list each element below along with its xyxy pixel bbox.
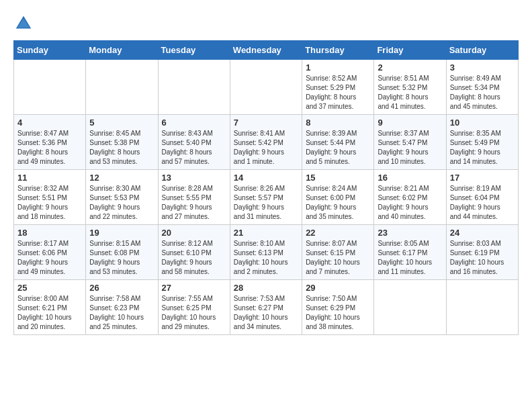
- calendar-cell: 25Sunrise: 8:00 AM Sunset: 6:21 PM Dayli…: [14, 280, 86, 335]
- day-number: 19: [89, 228, 154, 238]
- day-number: 22: [306, 228, 370, 238]
- day-info: Sunrise: 8:39 AM Sunset: 5:44 PM Dayligh…: [306, 129, 370, 167]
- day-number: 13: [162, 173, 226, 183]
- day-info: Sunrise: 8:28 AM Sunset: 5:55 PM Dayligh…: [162, 184, 226, 222]
- day-info: Sunrise: 8:32 AM Sunset: 5:51 PM Dayligh…: [17, 184, 82, 222]
- calendar-cell: 24Sunrise: 8:03 AM Sunset: 6:19 PM Dayli…: [446, 225, 518, 280]
- weekday-header-monday: Monday: [86, 41, 158, 60]
- day-number: 27: [162, 283, 226, 293]
- day-info: Sunrise: 8:52 AM Sunset: 5:29 PM Dayligh…: [306, 74, 370, 111]
- weekday-header-tuesday: Tuesday: [158, 41, 230, 60]
- calendar-table: SundayMondayTuesdayWednesdayThursdayFrid…: [13, 40, 519, 335]
- week-row-2: 4Sunrise: 8:47 AM Sunset: 5:36 PM Daylig…: [14, 115, 519, 170]
- day-info: Sunrise: 7:58 AM Sunset: 6:23 PM Dayligh…: [89, 294, 154, 332]
- calendar-cell: 6Sunrise: 8:43 AM Sunset: 5:40 PM Daylig…: [158, 115, 230, 170]
- day-info: Sunrise: 8:03 AM Sunset: 6:19 PM Dayligh…: [450, 239, 515, 277]
- calendar-cell: 16Sunrise: 8:21 AM Sunset: 6:02 PM Dayli…: [374, 170, 446, 225]
- calendar-cell: 28Sunrise: 7:53 AM Sunset: 6:27 PM Dayli…: [230, 280, 302, 335]
- weekday-header-saturday: Saturday: [446, 41, 518, 60]
- calendar-cell: 22Sunrise: 8:07 AM Sunset: 6:15 PM Dayli…: [302, 225, 374, 280]
- day-number: 21: [234, 228, 298, 238]
- day-info: Sunrise: 8:00 AM Sunset: 6:21 PM Dayligh…: [17, 294, 82, 332]
- day-info: Sunrise: 8:43 AM Sunset: 5:40 PM Dayligh…: [162, 129, 226, 167]
- calendar-cell: 13Sunrise: 8:28 AM Sunset: 5:55 PM Dayli…: [158, 170, 230, 225]
- calendar-cell: 12Sunrise: 8:30 AM Sunset: 5:53 PM Dayli…: [86, 170, 158, 225]
- day-info: Sunrise: 8:30 AM Sunset: 5:53 PM Dayligh…: [89, 184, 154, 222]
- calendar-cell: [158, 60, 230, 115]
- day-info: Sunrise: 8:19 AM Sunset: 6:04 PM Dayligh…: [450, 184, 515, 222]
- logo-icon: [13, 13, 34, 34]
- day-info: Sunrise: 8:24 AM Sunset: 6:00 PM Dayligh…: [306, 184, 370, 222]
- calendar-cell: 14Sunrise: 8:26 AM Sunset: 5:57 PM Dayli…: [230, 170, 302, 225]
- weekday-header-friday: Friday: [374, 41, 446, 60]
- day-info: Sunrise: 8:10 AM Sunset: 6:13 PM Dayligh…: [234, 239, 298, 277]
- calendar-cell: 9Sunrise: 8:37 AM Sunset: 5:47 PM Daylig…: [374, 115, 446, 170]
- day-info: Sunrise: 8:37 AM Sunset: 5:47 PM Dayligh…: [378, 129, 442, 167]
- day-number: 7: [234, 118, 298, 128]
- day-number: 14: [234, 173, 298, 183]
- day-number: 15: [306, 173, 370, 183]
- day-number: 28: [234, 283, 298, 293]
- week-row-5: 25Sunrise: 8:00 AM Sunset: 6:21 PM Dayli…: [14, 280, 519, 335]
- day-number: 9: [378, 118, 442, 128]
- calendar-cell: 11Sunrise: 8:32 AM Sunset: 5:51 PM Dayli…: [14, 170, 86, 225]
- day-info: Sunrise: 8:51 AM Sunset: 5:32 PM Dayligh…: [378, 74, 442, 111]
- day-info: Sunrise: 8:45 AM Sunset: 5:38 PM Dayligh…: [89, 129, 154, 167]
- day-number: 17: [450, 173, 515, 183]
- calendar-cell: 3Sunrise: 8:49 AM Sunset: 5:34 PM Daylig…: [446, 60, 518, 115]
- day-info: Sunrise: 8:21 AM Sunset: 6:02 PM Dayligh…: [378, 184, 442, 222]
- calendar-cell: 29Sunrise: 7:50 AM Sunset: 6:29 PM Dayli…: [302, 280, 374, 335]
- calendar-cell: 8Sunrise: 8:39 AM Sunset: 5:44 PM Daylig…: [302, 115, 374, 170]
- day-info: Sunrise: 8:05 AM Sunset: 6:17 PM Dayligh…: [378, 239, 442, 277]
- page-header: [13, 13, 519, 34]
- day-info: Sunrise: 8:15 AM Sunset: 6:08 PM Dayligh…: [89, 239, 154, 277]
- day-number: 10: [450, 118, 515, 128]
- day-number: 6: [162, 118, 226, 128]
- calendar-cell: 20Sunrise: 8:12 AM Sunset: 6:10 PM Dayli…: [158, 225, 230, 280]
- day-info: Sunrise: 8:26 AM Sunset: 5:57 PM Dayligh…: [234, 184, 298, 222]
- day-number: 29: [306, 283, 370, 293]
- calendar-cell: [14, 60, 86, 115]
- day-number: 4: [17, 118, 82, 128]
- calendar-cell: 26Sunrise: 7:58 AM Sunset: 6:23 PM Dayli…: [86, 280, 158, 335]
- calendar-cell: [374, 280, 446, 335]
- day-info: Sunrise: 7:55 AM Sunset: 6:25 PM Dayligh…: [162, 294, 226, 332]
- day-number: 3: [450, 62, 515, 73]
- calendar-cell: 7Sunrise: 8:41 AM Sunset: 5:42 PM Daylig…: [230, 115, 302, 170]
- day-number: 5: [89, 118, 154, 128]
- week-row-3: 11Sunrise: 8:32 AM Sunset: 5:51 PM Dayli…: [14, 170, 519, 225]
- calendar-cell: 27Sunrise: 7:55 AM Sunset: 6:25 PM Dayli…: [158, 280, 230, 335]
- day-number: 23: [378, 228, 442, 238]
- calendar-cell: [86, 60, 158, 115]
- day-number: 1: [306, 62, 370, 73]
- day-number: 2: [378, 62, 442, 73]
- calendar-cell: 17Sunrise: 8:19 AM Sunset: 6:04 PM Dayli…: [446, 170, 518, 225]
- calendar-cell: [446, 280, 518, 335]
- weekday-header-thursday: Thursday: [302, 41, 374, 60]
- calendar-cell: 2Sunrise: 8:51 AM Sunset: 5:32 PM Daylig…: [374, 60, 446, 115]
- weekday-header-sunday: Sunday: [14, 41, 86, 60]
- calendar-cell: 10Sunrise: 8:35 AM Sunset: 5:49 PM Dayli…: [446, 115, 518, 170]
- calendar-cell: 23Sunrise: 8:05 AM Sunset: 6:17 PM Dayli…: [374, 225, 446, 280]
- day-info: Sunrise: 8:17 AM Sunset: 6:06 PM Dayligh…: [17, 239, 82, 277]
- weekday-header-row: SundayMondayTuesdayWednesdayThursdayFrid…: [14, 41, 519, 60]
- calendar-cell: 5Sunrise: 8:45 AM Sunset: 5:38 PM Daylig…: [86, 115, 158, 170]
- day-number: 16: [378, 173, 442, 183]
- day-info: Sunrise: 8:47 AM Sunset: 5:36 PM Dayligh…: [17, 129, 82, 167]
- day-info: Sunrise: 7:53 AM Sunset: 6:27 PM Dayligh…: [234, 294, 298, 332]
- day-info: Sunrise: 8:41 AM Sunset: 5:42 PM Dayligh…: [234, 129, 298, 167]
- calendar-cell: 4Sunrise: 8:47 AM Sunset: 5:36 PM Daylig…: [14, 115, 86, 170]
- week-row-4: 18Sunrise: 8:17 AM Sunset: 6:06 PM Dayli…: [14, 225, 519, 280]
- day-info: Sunrise: 7:50 AM Sunset: 6:29 PM Dayligh…: [306, 294, 370, 332]
- day-number: 18: [17, 228, 82, 238]
- day-number: 26: [89, 283, 154, 293]
- calendar-cell: 15Sunrise: 8:24 AM Sunset: 6:00 PM Dayli…: [302, 170, 374, 225]
- weekday-header-wednesday: Wednesday: [230, 41, 302, 60]
- day-info: Sunrise: 8:07 AM Sunset: 6:15 PM Dayligh…: [306, 239, 370, 277]
- calendar-cell: 18Sunrise: 8:17 AM Sunset: 6:06 PM Dayli…: [14, 225, 86, 280]
- calendar-cell: 21Sunrise: 8:10 AM Sunset: 6:13 PM Dayli…: [230, 225, 302, 280]
- calendar-cell: [230, 60, 302, 115]
- calendar-cell: 1Sunrise: 8:52 AM Sunset: 5:29 PM Daylig…: [302, 60, 374, 115]
- day-info: Sunrise: 8:49 AM Sunset: 5:34 PM Dayligh…: [450, 74, 515, 111]
- calendar-cell: 19Sunrise: 8:15 AM Sunset: 6:08 PM Dayli…: [86, 225, 158, 280]
